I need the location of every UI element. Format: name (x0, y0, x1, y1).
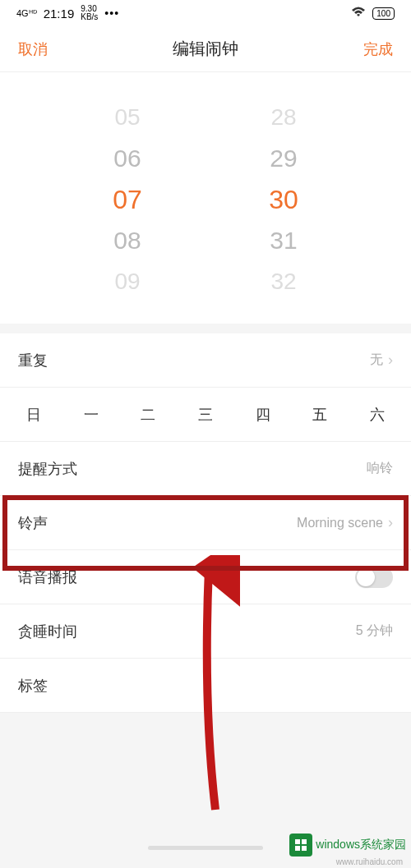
voice-row[interactable]: 语音播报 (0, 550, 411, 604)
home-indicator[interactable] (148, 846, 263, 850)
watermark-icon (289, 834, 312, 857)
snooze-value: 5 分钟 (356, 622, 393, 640)
more-dots: ••• (104, 7, 119, 20)
weekday-fri[interactable]: 五 (312, 405, 327, 425)
watermark: windows系统家园 (289, 834, 406, 857)
repeat-value: 无 › (370, 351, 393, 369)
svg-rect-2 (302, 839, 307, 844)
reminder-label: 提醒方式 (18, 459, 77, 479)
minute-option[interactable]: 28 (259, 104, 308, 131)
weekday-tue[interactable]: 二 (141, 405, 155, 425)
tag-row[interactable]: 标签 (0, 659, 411, 713)
minute-option[interactable]: 31 (259, 227, 308, 255)
chevron-right-icon: › (388, 514, 393, 531)
status-right: 100 (351, 7, 395, 21)
voice-label: 语音播报 (18, 567, 77, 587)
status-time: 21:19 (44, 7, 75, 21)
time-picker[interactable]: 05 28 06 29 07 30 08 31 09 32 (0, 72, 411, 324)
weekday-sun[interactable]: 日 (26, 405, 41, 425)
settings-list: 重复 无 › 日 一 二 三 四 五 六 提醒方式 响铃 铃声 Morning … (0, 333, 411, 713)
ringtone-label: 铃声 (18, 513, 48, 533)
status-bar: 4Gᴴᴰ 21:19 9.30 KB/s ••• 100 (0, 0, 411, 26)
svg-rect-1 (295, 839, 300, 844)
hour-option[interactable]: 05 (103, 104, 152, 131)
battery-indicator: 100 (372, 7, 395, 20)
reminder-value: 响铃 (367, 460, 393, 477)
reminder-row[interactable]: 提醒方式 响铃 (0, 442, 411, 496)
weekday-sat[interactable]: 六 (370, 405, 385, 425)
watermark-text: windows系统家园 (316, 838, 406, 852)
weekday-mon[interactable]: 一 (84, 405, 99, 425)
tag-label: 标签 (18, 676, 48, 696)
minute-selected[interactable]: 30 (259, 185, 308, 215)
network-speed: 9.30 KB/s (81, 5, 98, 21)
hour-option[interactable]: 08 (103, 227, 152, 255)
minute-option[interactable]: 32 (259, 269, 308, 295)
wifi-icon (351, 7, 366, 21)
status-left: 4Gᴴᴰ 21:19 9.30 KB/s ••• (16, 5, 119, 21)
repeat-label: 重复 (18, 351, 48, 370)
chevron-right-icon: › (388, 351, 393, 369)
svg-rect-4 (302, 846, 307, 851)
weekday-wed[interactable]: 三 (198, 405, 213, 425)
minute-option[interactable]: 29 (259, 145, 308, 172)
nav-bar: 取消 编辑闹钟 完成 (0, 26, 411, 72)
network-indicator: 4Gᴴᴰ (16, 8, 37, 19)
cancel-button[interactable]: 取消 (18, 39, 48, 59)
done-button[interactable]: 完成 (363, 39, 393, 59)
ringtone-row[interactable]: 铃声 Morning scene › (0, 496, 411, 550)
repeat-row[interactable]: 重复 无 › (0, 333, 411, 388)
hour-option[interactable]: 09 (103, 269, 152, 295)
hour-option[interactable]: 06 (103, 145, 152, 172)
snooze-label: 贪睡时间 (18, 622, 77, 641)
watermark-url: www.ruihaidu.com (336, 857, 403, 866)
svg-rect-3 (295, 846, 300, 851)
weekday-thu[interactable]: 四 (256, 405, 270, 425)
hour-selected[interactable]: 07 (103, 185, 152, 215)
weekday-row: 日 一 二 三 四 五 六 (0, 388, 411, 442)
ringtone-value: Morning scene › (297, 514, 393, 531)
voice-toggle[interactable] (355, 567, 393, 588)
page-title: 编辑闹钟 (173, 38, 238, 60)
snooze-row[interactable]: 贪睡时间 5 分钟 (0, 604, 411, 659)
